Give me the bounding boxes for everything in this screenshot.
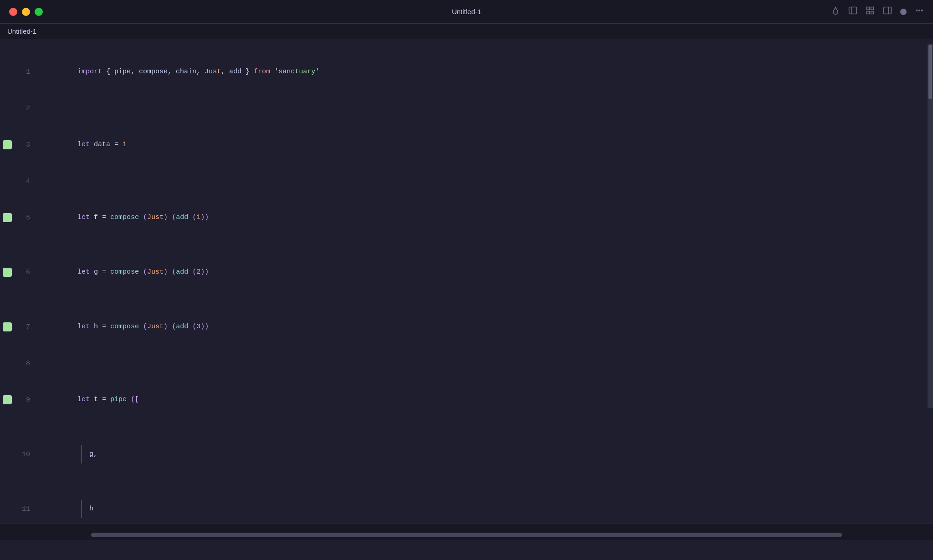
keyword-let: let	[77, 214, 90, 221]
vertical-scrollbar-thumb[interactable]	[928, 45, 932, 99]
horizontal-scrollbar[interactable]	[91, 533, 842, 537]
code-line-2: 2	[0, 99, 933, 117]
status-dot	[900, 9, 907, 15]
svg-point-10	[922, 10, 923, 11]
code-text	[127, 396, 131, 403]
gutter-7	[0, 322, 15, 331]
minimize-button[interactable]	[22, 8, 30, 16]
window-title: Untitled-1	[452, 8, 481, 15]
tab-label[interactable]: Untitled-1	[7, 27, 36, 35]
svg-point-8	[916, 10, 918, 11]
editor-area: 1 import { pipe, compose, chain, Just, a…	[0, 40, 933, 540]
line-content-3[interactable]: let data = 1	[41, 117, 933, 172]
fn-compose: compose	[110, 214, 139, 221]
tab-bar: Untitled-1	[0, 24, 933, 40]
code-line-6: 6 let g = compose (Just) (add (2))	[0, 245, 933, 300]
code-line-7: 7 let h = compose (Just) (add (3))	[0, 300, 933, 354]
sidebar-left-icon[interactable]	[848, 6, 857, 17]
code-text: h	[89, 505, 93, 513]
line-content-5[interactable]: let f = compose (Just) (add (1))	[41, 190, 933, 245]
bracket: [	[135, 396, 139, 403]
code-text	[168, 323, 172, 331]
pipe-indent-11: h	[81, 500, 93, 518]
gutter-9	[0, 395, 15, 404]
paren: (	[143, 268, 147, 276]
line-number-3: 3	[15, 141, 41, 149]
line-number-9: 9	[15, 396, 41, 404]
fn-compose: compose	[110, 323, 139, 331]
line-content-10[interactable]: g,	[41, 427, 933, 482]
line-number-5: 5	[15, 214, 41, 222]
maximize-button[interactable]	[35, 8, 43, 16]
green-indicator-7	[3, 322, 12, 331]
class-just: Just	[205, 68, 221, 76]
paren: )	[164, 268, 168, 276]
keyword-let: let	[77, 268, 90, 276]
number: 3	[196, 323, 200, 331]
green-indicator-3	[3, 140, 12, 149]
code-text	[188, 268, 192, 276]
svg-point-9	[919, 10, 920, 11]
paren: (	[192, 268, 196, 276]
keyword-from: from	[254, 68, 270, 76]
fn-add: add	[176, 268, 188, 276]
sidebar-right-icon[interactable]	[883, 6, 892, 17]
code-line-8: 8	[0, 354, 933, 372]
titlebar: Untitled-1	[0, 0, 933, 24]
code-line-1: 1 import { pipe, compose, chain, Just, a…	[0, 45, 933, 99]
fn-add: add	[176, 323, 188, 331]
number: 1	[196, 214, 200, 221]
class-just: Just	[147, 268, 164, 276]
paren: (	[172, 323, 176, 331]
paren: (	[172, 268, 176, 276]
more-icon[interactable]	[915, 6, 924, 17]
keyword-import: import	[77, 68, 102, 76]
flame-icon[interactable]	[831, 6, 840, 17]
svg-rect-6	[884, 7, 892, 14]
code-text: { pipe, compose, chain,	[102, 68, 205, 76]
paren: )	[164, 323, 168, 331]
code-line-4: 4	[0, 172, 933, 190]
code-text	[168, 214, 172, 221]
line-number-11: 11	[15, 505, 41, 513]
code-container[interactable]: 1 import { pipe, compose, chain, Just, a…	[0, 40, 933, 524]
code-text	[139, 268, 143, 276]
paren: (	[172, 214, 176, 221]
code-text	[270, 68, 274, 76]
svg-rect-4	[867, 11, 870, 14]
line-content-1[interactable]: import { pipe, compose, chain, Just, add…	[41, 45, 933, 99]
line-content-7[interactable]: let h = compose (Just) (add (3))	[41, 300, 933, 354]
code-text: f =	[90, 214, 110, 221]
line-content-11[interactable]: h	[41, 482, 933, 524]
keyword-let: let	[77, 141, 90, 148]
line-content-6[interactable]: let g = compose (Just) (add (2))	[41, 245, 933, 300]
svg-rect-3	[871, 7, 874, 10]
code-text: t =	[90, 396, 110, 403]
code-line-10: 10 g,	[0, 427, 933, 482]
number-1: 1	[123, 141, 127, 148]
gutter-6	[0, 268, 15, 277]
number: 2	[196, 268, 200, 276]
code-line-3: 3 let data = 1	[0, 117, 933, 172]
line-content-9[interactable]: let t = pipe ([	[41, 372, 933, 427]
paren: ))	[200, 214, 209, 221]
line-number-6: 6	[15, 269, 41, 276]
close-button[interactable]	[9, 8, 17, 16]
green-indicator-5	[3, 213, 12, 222]
paren: (	[131, 396, 135, 403]
pipe-indent-10: g,	[81, 445, 97, 463]
keyword-let: let	[77, 323, 90, 331]
line-number-8: 8	[15, 360, 41, 367]
code-text	[188, 214, 192, 221]
grid-icon[interactable]	[866, 6, 875, 17]
vertical-scrollbar[interactable]	[928, 44, 933, 408]
scrollbar-area	[0, 524, 933, 540]
paren: (	[192, 214, 196, 221]
code-text: data =	[90, 141, 123, 148]
svg-rect-5	[871, 11, 874, 14]
fn-add: add	[176, 214, 188, 221]
line-number-2: 2	[15, 105, 41, 112]
svg-rect-0	[849, 7, 857, 14]
paren: ))	[200, 323, 209, 331]
green-indicator-6	[3, 268, 12, 277]
